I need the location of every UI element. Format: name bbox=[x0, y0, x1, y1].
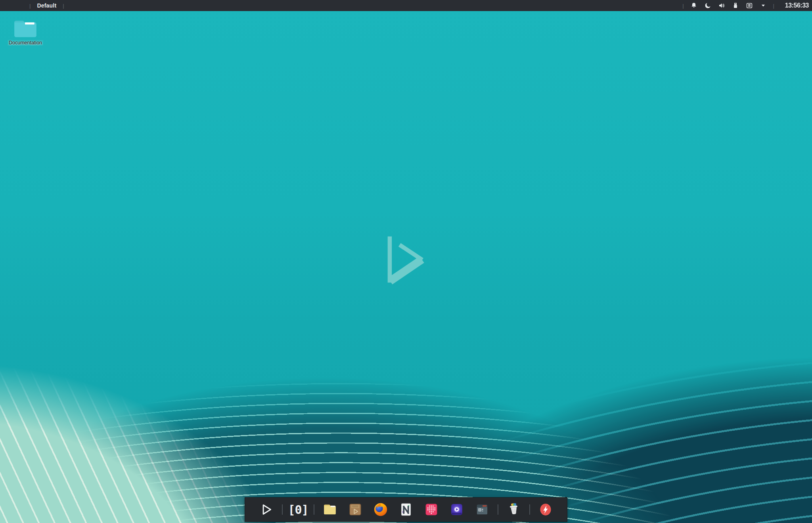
purple-play-icon bbox=[448, 501, 465, 518]
workspace-indicator-text: [0] bbox=[285, 503, 311, 517]
separator: | bbox=[682, 3, 684, 9]
caret-down-icon[interactable] bbox=[759, 2, 767, 10]
separator: | bbox=[773, 3, 774, 9]
panel-right-cluster: | | 13:56:33 bbox=[682, 2, 809, 10]
dock-separator bbox=[498, 504, 498, 515]
dock-separator bbox=[314, 504, 314, 515]
dock-item-music-grid[interactable] bbox=[419, 497, 444, 522]
separator: | bbox=[29, 3, 31, 9]
desktop-icon-label: Documentation bbox=[8, 40, 43, 46]
dock: [0] bbox=[245, 497, 567, 522]
terminal-window-icon bbox=[474, 501, 490, 518]
dock-item-notes[interactable] bbox=[393, 497, 419, 522]
red-lightning-icon bbox=[537, 501, 554, 518]
dock-item-package-manager[interactable] bbox=[343, 497, 368, 522]
bell-icon[interactable] bbox=[690, 2, 698, 10]
dock-item-media-player[interactable] bbox=[444, 497, 469, 522]
dock-separator bbox=[529, 504, 530, 515]
wallpaper bbox=[0, 0, 812, 523]
network-port-icon[interactable] bbox=[745, 2, 753, 10]
white-n-document-icon bbox=[398, 501, 414, 518]
play-watermark-icon bbox=[387, 235, 425, 284]
dock-item-workspace-indicator[interactable]: [0] bbox=[285, 497, 311, 522]
panel-clock[interactable]: 13:56:33 bbox=[782, 2, 809, 10]
firefox-icon bbox=[372, 501, 389, 518]
dock-item-launcher[interactable] bbox=[254, 497, 279, 522]
yellow-folder-icon bbox=[322, 501, 338, 518]
desktop-icon-documentation[interactable]: Documentation bbox=[3, 17, 48, 46]
removable-drive-icon[interactable] bbox=[732, 2, 739, 10]
trash-full-icon bbox=[506, 501, 522, 518]
dock-item-firefox[interactable] bbox=[368, 497, 393, 522]
dock-item-terminal[interactable] bbox=[469, 497, 495, 522]
pink-dot-grid-icon bbox=[423, 501, 440, 518]
folder-icon bbox=[13, 17, 38, 39]
dock-item-updater[interactable] bbox=[533, 497, 558, 522]
play-outline-icon bbox=[258, 501, 275, 518]
top-panel: | Default | | | 13:56: bbox=[0, 0, 812, 11]
brown-package-icon bbox=[347, 501, 364, 518]
volume-icon[interactable] bbox=[718, 2, 726, 10]
night-light-icon[interactable] bbox=[704, 2, 712, 10]
separator: | bbox=[63, 3, 64, 9]
desktop-screen: | Default | | | 13:56: bbox=[0, 0, 812, 523]
panel-left-cluster: | Default | bbox=[29, 2, 64, 9]
dock-item-trash[interactable] bbox=[501, 497, 527, 522]
dock-item-file-manager[interactable] bbox=[317, 497, 343, 522]
dock-separator bbox=[282, 504, 283, 515]
workspace-label[interactable]: Default bbox=[37, 2, 56, 9]
